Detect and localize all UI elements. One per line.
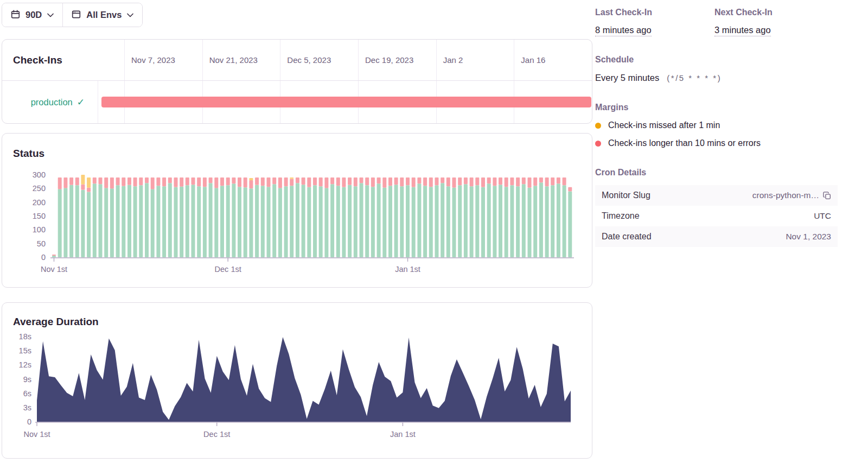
duration-panel: Average Duration 03s6s9s12s15s18sNov 1st… <box>2 302 592 459</box>
svg-text:6s: 6s <box>23 389 31 398</box>
cron-details-value: UTC <box>814 211 831 221</box>
checkins-header: Check-Ins Nov 7, 2023Nov 21, 2023Dec 5, … <box>2 40 592 81</box>
cron-details-row: Monitor Slugcrons-python-m… <box>595 185 838 206</box>
svg-text:Nov 1st: Nov 1st <box>41 265 67 274</box>
status-panel-title: Status <box>13 148 44 160</box>
svg-text:100: 100 <box>33 225 46 234</box>
last-checkin-heading: Last Check-In <box>595 8 714 17</box>
svg-text:Dec 1st: Dec 1st <box>203 430 230 439</box>
margin-legend-item: Check-ins missed after 1 min <box>595 120 838 130</box>
svg-text:250: 250 <box>33 184 46 193</box>
date-range-filter-button[interactable]: 90D <box>2 3 62 27</box>
svg-text:Nov 1st: Nov 1st <box>23 430 50 439</box>
schedule-heading: Schedule <box>595 55 838 65</box>
cron-details-value: crons-python-m… <box>752 191 831 200</box>
margin-legend-text: Check-ins longer than 10 mins or errors <box>608 138 761 148</box>
cron-details-key: Monitor Slug <box>602 191 650 200</box>
svg-text:Jan 1st: Jan 1st <box>390 430 416 439</box>
duration-panel-title: Average Duration <box>13 316 99 328</box>
red-dot-icon <box>595 141 601 147</box>
svg-text:15s: 15s <box>19 346 31 355</box>
svg-text:300: 300 <box>33 170 46 179</box>
yellow-dot-icon <box>595 123 601 129</box>
environment-label: All Envs <box>86 10 122 20</box>
date-range-label: 90D <box>25 10 42 20</box>
svg-text:50: 50 <box>37 239 46 248</box>
cron-expression: (*/5 * * * *) <box>667 73 722 83</box>
svg-text:Dec 1st: Dec 1st <box>215 265 241 274</box>
cron-details-row: Date createdNov 1, 2023 <box>595 226 838 247</box>
cron-details-row: TimezoneUTC <box>595 206 838 226</box>
check-icon: ✓ <box>77 97 85 108</box>
svg-text:9s: 9s <box>23 375 31 384</box>
margins-heading: Margins <box>595 103 838 112</box>
status-chart[interactable]: 050100150200250300Nov 1stDec 1stJan 1st <box>7 173 577 284</box>
checkins-column-header: Dec 19, 2023 <box>358 40 436 80</box>
status-panel: Status 050100150200250300Nov 1stDec 1stJ… <box>2 133 592 288</box>
schedule-value: Every 5 minutes <box>595 73 659 83</box>
cron-details-key: Timezone <box>602 211 640 221</box>
checkins-column-header: Nov 7, 2023 <box>124 40 202 80</box>
chevron-down-icon <box>127 11 133 19</box>
last-checkin-value[interactable]: 8 minutes ago <box>595 25 652 36</box>
cron-details-value: Nov 1, 2023 <box>786 232 831 242</box>
next-checkin-value[interactable]: 3 minutes ago <box>714 25 771 36</box>
svg-text:150: 150 <box>33 212 46 220</box>
checkins-column-header: Jan 2 <box>436 40 514 80</box>
svg-text:3s: 3s <box>23 403 31 412</box>
checkins-column-header: Jan 16 <box>514 40 592 80</box>
filter-bar: 90D All Envs <box>2 3 143 27</box>
chevron-down-icon <box>47 11 54 19</box>
svg-text:18s: 18s <box>19 332 31 341</box>
checkins-body-row: production ✓ <box>2 81 592 123</box>
checkins-column-header: Dec 5, 2023 <box>280 40 358 80</box>
copy-icon[interactable] <box>823 192 831 200</box>
svg-text:Jan 1st: Jan 1st <box>395 265 420 274</box>
checkins-panel-title: Check-Ins <box>13 54 62 66</box>
monitor-details-sidebar: Last Check-In 8 minutes ago Next Check-I… <box>595 8 838 247</box>
cron-details-table: Monitor Slugcrons-python-m…TimezoneUTCDa… <box>595 185 838 247</box>
margins-list: Check-ins missed after 1 minCheck-ins lo… <box>595 120 838 148</box>
duration-chart[interactable]: 03s6s9s12s15s18sNov 1stDec 1stJan 1st <box>7 333 577 453</box>
cron-details-heading: Cron Details <box>595 168 838 177</box>
svg-text:200: 200 <box>33 198 46 207</box>
checkins-column-header: Nov 21, 2023 <box>202 40 280 80</box>
margin-legend-item: Check-ins longer than 10 mins or errors <box>595 138 838 148</box>
next-checkin-heading: Next Check-In <box>714 8 834 17</box>
environment-filter-button[interactable]: All Envs <box>63 3 142 27</box>
svg-text:12s: 12s <box>19 360 31 369</box>
svg-text:0: 0 <box>41 253 46 262</box>
environment-name[interactable]: production <box>31 97 73 107</box>
calendar-icon <box>11 10 20 21</box>
window-icon <box>72 10 81 21</box>
checkins-timeline-bar[interactable] <box>101 97 591 107</box>
svg-text:0: 0 <box>27 417 31 426</box>
margin-legend-text: Check-ins missed after 1 min <box>608 120 720 130</box>
cron-details-key: Date created <box>602 232 652 242</box>
checkins-panel: Check-Ins Nov 7, 2023Nov 21, 2023Dec 5, … <box>2 39 592 124</box>
checkins-header-spacer <box>98 40 124 80</box>
